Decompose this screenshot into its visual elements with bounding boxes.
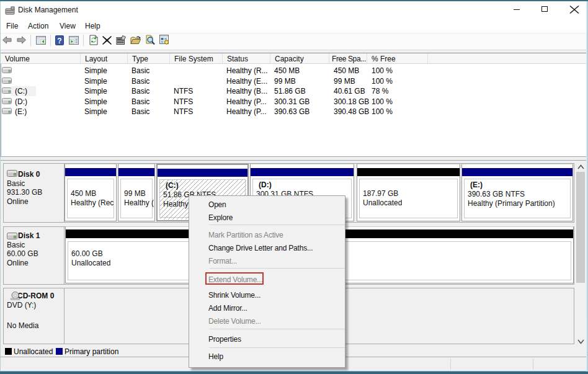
svg-text:?: ?	[57, 37, 61, 45]
